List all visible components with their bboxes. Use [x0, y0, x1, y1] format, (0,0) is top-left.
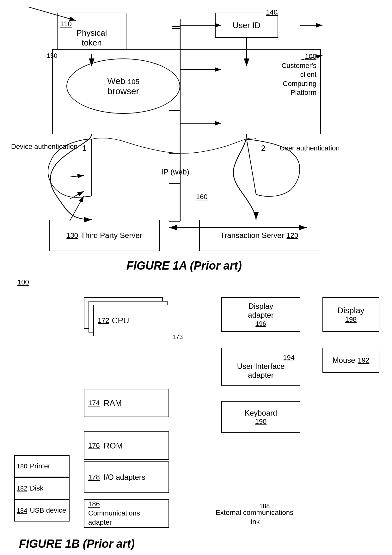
label-160: 160: [196, 193, 208, 201]
disk-label: Disk: [30, 484, 43, 492]
rom-ref: 176: [88, 442, 100, 450]
io-label: I/O adapters: [104, 472, 145, 482]
display-box: Display 198: [322, 297, 379, 332]
comms-label: Communicationsadapter: [88, 509, 140, 527]
userid-ref: 140: [266, 8, 278, 16]
cpu-label: CPU: [112, 316, 129, 326]
platform-label: Customer'sclientComputingPlatform: [281, 62, 316, 97]
usb-ref: 184: [17, 507, 27, 514]
keyboard-ref: 190: [255, 418, 267, 426]
display-label: Display: [337, 306, 364, 315]
comms-box: 186 Communicationsadapter: [84, 499, 169, 528]
ip-web-label: IP (web): [161, 168, 189, 176]
ram-box: 174 RAM: [84, 389, 169, 417]
browser-ref: 105: [128, 78, 139, 86]
rom-box: 176 ROM: [84, 431, 169, 460]
display-adapter-box: Displayadapter 196: [221, 297, 300, 332]
printer-label: Printer: [30, 462, 50, 470]
ram-ref: 174: [88, 399, 100, 407]
display-adapter-label: Displayadapter: [248, 302, 273, 320]
display-adapter-ref: 196: [255, 320, 266, 327]
io-box: 178 I/O adapters: [84, 461, 169, 493]
label-100: 100: [17, 278, 29, 286]
mouse-box: Mouse 192: [322, 348, 379, 373]
physical-token-box: 110 Physicaltoken: [57, 13, 126, 54]
ui-adapter-ref: 194: [283, 354, 295, 362]
disk-ref: 182: [17, 485, 27, 492]
ram-label: RAM: [104, 398, 122, 408]
svg-line-19: [70, 175, 84, 177]
io-ref: 178: [88, 473, 100, 481]
label-num2: 2: [261, 144, 265, 153]
transaction-ref: 120: [287, 231, 298, 240]
label-173: 173: [172, 333, 183, 341]
fig1b-title: FIGURE 1B (Prior art): [19, 537, 135, 551]
printer-box: 180 Printer: [14, 455, 70, 477]
keyboard-label: Keyboard: [245, 409, 277, 418]
usb-box: 184 USB device: [14, 499, 70, 521]
disk-box: 182 Disk: [14, 477, 70, 499]
device-auth-label: Device authentication: [11, 142, 77, 151]
transaction-box: Transaction Server 120: [199, 220, 319, 251]
web-browser-ellipse: Web 105 browser: [66, 58, 180, 114]
diagram-container: 110 Physicaltoken 140 User ID 100 Custom…: [0, 0, 392, 555]
fig1a-title: FIGURE 1A (Prior art): [126, 259, 242, 272]
userid-box: 140 User ID: [215, 13, 278, 38]
mouse-label: Mouse: [333, 356, 355, 365]
svg-line-21: [70, 196, 84, 221]
ext-comms-label: External communicationslink: [215, 508, 294, 526]
label-150: 150: [47, 52, 57, 59]
rom-label: ROM: [104, 441, 123, 451]
comms-ref: 186: [88, 500, 100, 508]
ui-adapter-label: User Interfaceadapter: [237, 362, 285, 380]
display-ref: 198: [345, 315, 357, 324]
mouse-ref: 192: [358, 356, 370, 364]
platform-ref: 100: [305, 52, 316, 60]
label-188: 188: [259, 503, 270, 510]
keyboard-box: Keyboard 190: [221, 401, 300, 433]
browser-label: browser: [107, 86, 139, 96]
third-party-box: 130 Third Party Server: [49, 220, 160, 251]
userid-label: User ID: [233, 21, 260, 30]
platform-ref-label: 100 Customer'sclientComputingPlatform: [281, 52, 316, 97]
third-party-label: Third Party Server: [81, 231, 142, 240]
third-party-ref: 130: [66, 231, 78, 240]
ui-adapter-box: 194 User Interfaceadapter: [221, 348, 300, 386]
web-label: Web 105: [107, 76, 139, 86]
printer-ref: 180: [17, 463, 27, 470]
cpu-box-front: 172 CPU: [93, 305, 172, 336]
label-num1: 1: [82, 144, 86, 153]
physical-token-label: Physicaltoken: [77, 28, 107, 48]
physical-token-ref: 110: [60, 20, 72, 28]
user-auth-label: User authentication: [280, 144, 340, 153]
cpu-ref: 172: [98, 316, 109, 325]
transaction-label: Transaction Server: [220, 231, 284, 240]
usb-label: USB device: [30, 506, 66, 515]
svg-line-20: [70, 191, 84, 199]
